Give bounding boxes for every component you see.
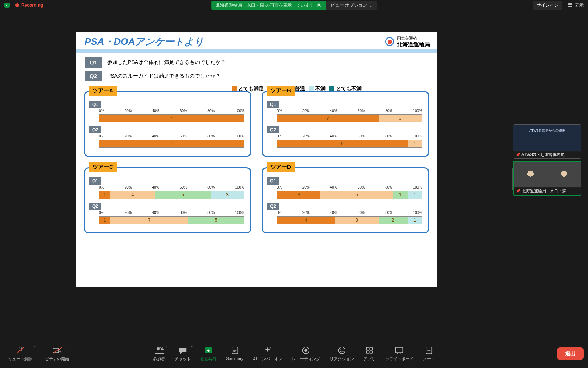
bar-track: 3511	[277, 191, 422, 199]
whiteboard-icon	[394, 346, 404, 355]
thumb-body: ATWS参加者からの発表	[513, 125, 581, 152]
mini-q-badge: Q2	[89, 126, 101, 133]
video-off-icon	[52, 346, 62, 355]
reactions-button[interactable]: リアクション	[326, 344, 358, 364]
thumb-presenter[interactable]: ATWS参加者からの発表 📌ATWS2023_運営事務局...	[513, 124, 581, 159]
share-screen-button[interactable]: 画面共有	[197, 344, 220, 364]
chevron-up-icon[interactable]: ⌃	[32, 345, 35, 349]
axis-ticks: 0%20%40%60%80%100%	[277, 185, 422, 189]
mini-q-badge: Q2	[267, 126, 279, 133]
bar-segment: 9	[277, 140, 408, 147]
tour-chart: ツアーBQ10%20%40%60%80%100%73Q20%20%40%60%8…	[262, 86, 429, 157]
thumb-body	[514, 162, 581, 188]
summary-button[interactable]: Summary	[222, 344, 247, 364]
axis-ticks: 0%20%40%60%80%100%	[277, 134, 422, 138]
topbar: Recording 北海道運輸局 水口・森 の画面を表示しています ビュー オプ…	[0, 0, 588, 10]
bar-segment: 3	[335, 217, 379, 224]
video-label: ビデオの開始	[45, 356, 69, 362]
mute-button[interactable]: ⌃ ミュート解除	[4, 344, 36, 364]
bar-segment: 7	[277, 115, 379, 122]
mic-off-icon	[15, 346, 25, 355]
shield-icon[interactable]	[4, 3, 10, 8]
shared-slide: PSA・DOAアンケートより 国土交通省 北海道運輸局 Q1 参加したPSAは全…	[76, 32, 437, 287]
mini-q-badge: Q1	[267, 177, 279, 185]
bar-segment: 7	[110, 217, 188, 224]
view-options-dropdown[interactable]: ビュー オプション ⌄	[326, 1, 377, 10]
svg-point-19	[343, 349, 343, 350]
q2-text: PSAのスルーガイドは満足できるものでしたか？	[107, 73, 220, 79]
tour-panel: Q10%20%40%60%80%100%4Q20%20%40%60%80%100…	[84, 91, 251, 157]
video-button[interactable]: ⌃ ビデオの開始	[41, 344, 73, 364]
bar-segment: 5	[320, 191, 393, 199]
bar-segment: 1	[393, 191, 407, 199]
chevron-up-icon[interactable]: ⌃	[191, 345, 194, 349]
whiteboard-button[interactable]: ホワイトボード	[381, 344, 417, 364]
bar-track: 4	[99, 114, 244, 122]
thumb-speaker[interactable]: 📌北海道運輸局 水口・森	[513, 161, 581, 196]
notes-label: ノート	[423, 356, 435, 362]
record-label: レコーディング	[292, 356, 320, 362]
ministry-icon	[385, 37, 394, 46]
stop-share-icon[interactable]	[317, 3, 322, 7]
signin-button[interactable]: サインイン	[533, 1, 562, 10]
chevron-up-icon[interactable]: ⌃	[165, 345, 168, 349]
chat-icon	[178, 346, 187, 355]
recording-dot-icon	[15, 3, 19, 7]
mini-q-badge: Q1	[89, 101, 101, 108]
chevron-down-icon: ⌄	[369, 3, 372, 7]
bottom-toolbar: ⌃ ミュート解除 ⌃ ビデオの開始 184 ⌃ 参加者 ⌃ チャット	[0, 339, 588, 368]
axis-ticks: 0%20%40%60%80%100%	[277, 109, 422, 113]
record-button[interactable]: レコーディング	[288, 344, 324, 364]
axis-ticks: 0%20%40%60%80%100%	[99, 109, 244, 113]
tour-label: ツアーA	[89, 86, 117, 96]
svg-rect-3	[570, 6, 572, 7]
sparkle-icon	[263, 346, 272, 355]
charts-grid: ツアーAQ10%20%40%60%80%100%4Q20%20%40%60%80…	[76, 84, 437, 239]
bar-segment: 4	[99, 115, 244, 122]
ministry-small: 国土交通省	[397, 36, 430, 41]
q2-badge: Q2	[85, 71, 102, 81]
svg-point-18	[340, 349, 341, 350]
mute-label: ミュート解除	[8, 356, 32, 362]
chat-button[interactable]: ⌃ チャット	[171, 344, 194, 364]
leave-button[interactable]: 退出	[557, 347, 584, 360]
chat-label: チャット	[175, 356, 191, 362]
share-banner-text: 北海道運輸局 水口・森 の画面を表示しています	[216, 2, 314, 8]
mini-q-badge: Q1	[267, 101, 279, 108]
chevron-up-icon[interactable]: ⌃	[69, 345, 72, 349]
share-banner[interactable]: 北海道運輸局 水口・森 の画面を表示しています	[211, 1, 326, 10]
bar-segment: 1	[99, 191, 110, 199]
view-button[interactable]: 表示	[567, 2, 584, 8]
bar-segment: 4	[110, 191, 155, 199]
whiteboard-label: ホワイトボード	[385, 356, 413, 362]
mini-q-badge: Q2	[267, 203, 279, 210]
thumb-label-0: ATWS2023_運営事務局...	[521, 152, 568, 157]
bar-track: 4	[99, 140, 244, 148]
axis-ticks: 0%20%40%60%80%100%	[277, 211, 422, 215]
ai-companion-button[interactable]: AI コンパニオン	[249, 344, 286, 364]
notes-icon	[424, 346, 434, 355]
slide-area: PSA・DOAアンケートより 国土交通省 北海道運輸局 Q1 参加したPSAは全…	[0, 10, 513, 339]
bar-segment: 3	[277, 191, 320, 199]
axis-ticks: 0%20%40%60%80%100%	[99, 185, 244, 189]
svg-point-16	[304, 349, 307, 352]
record-icon	[301, 346, 311, 355]
participants-button[interactable]: 184 ⌃ 参加者	[149, 344, 169, 364]
tour-label: ツアーD	[267, 162, 295, 172]
bar-track: 91	[277, 140, 422, 148]
svg-rect-21	[370, 347, 372, 350]
svg-rect-23	[370, 351, 372, 353]
smile-icon	[337, 346, 347, 355]
bar-segment: 5	[155, 191, 211, 199]
svg-line-4	[17, 347, 24, 353]
apps-label: アプリ	[363, 356, 376, 362]
bar-segment: 1	[408, 217, 422, 224]
mini-q-badge: Q2	[89, 203, 101, 210]
main-area: PSA・DOAアンケートより 国土交通省 北海道運輸局 Q1 参加したPSAは全…	[0, 10, 588, 339]
notes-button[interactable]: ノート	[419, 344, 439, 364]
svg-rect-20	[366, 347, 369, 350]
participants-label: 参加者	[153, 356, 165, 362]
apps-button[interactable]: アプリ	[360, 344, 379, 364]
mini-q-badge: Q1	[89, 177, 101, 185]
bar-track: 1453	[99, 191, 244, 199]
